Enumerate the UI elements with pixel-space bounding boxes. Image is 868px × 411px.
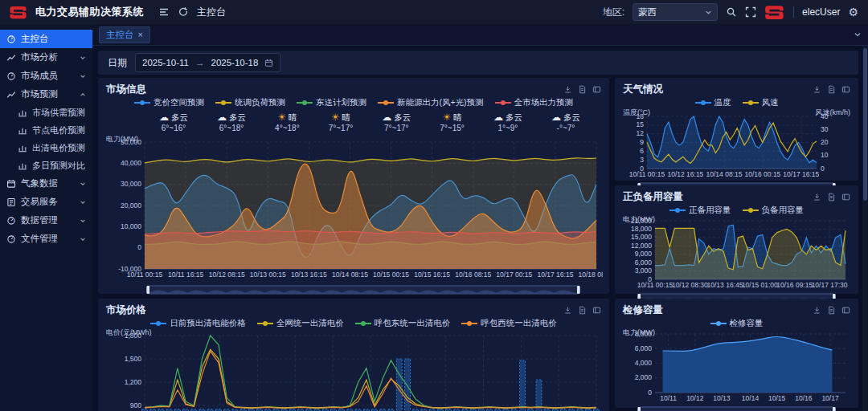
weather-cell: ☁多云7°~17°: [382, 110, 411, 136]
search-icon[interactable]: [726, 6, 737, 18]
sidebar-item-multiday-forecast-compare[interactable]: 多日预测对比: [0, 157, 92, 174]
legend-label: 全网统一出清电价: [276, 318, 344, 329]
sidebar-item-trading-services[interactable]: 交易服务: [0, 193, 92, 211]
svg-text:900: 900: [130, 401, 141, 409]
cloud-icon: ☁: [493, 112, 503, 124]
panel-market-info: 市场信息 竞价空间预测统调负荷预测东送计划预测新能源出力(风+光)预测全市场出力…: [98, 78, 609, 294]
sidebar-item-market-forecast[interactable]: 市场预测: [0, 85, 92, 104]
report-icon[interactable]: [827, 193, 836, 201]
sidebar-item-file-management[interactable]: 文件管理: [0, 230, 92, 248]
svg-text:温度(°C): 温度(°C): [623, 108, 650, 116]
cloud-icon: ☁: [159, 112, 169, 124]
sidebar-item-console[interactable]: 主控台: [0, 30, 92, 48]
fullscreen-icon[interactable]: [745, 6, 756, 18]
date-range-picker[interactable]: 2025-10-11 → 2025-10-18: [135, 53, 280, 72]
detail-view-icon[interactable]: [592, 85, 601, 94]
detail-view-icon[interactable]: [841, 85, 850, 94]
sun-icon: ☀: [277, 112, 286, 124]
panel-title: 市场信息: [106, 83, 563, 96]
svg-text:10/12 08:15: 10/12 08:15: [209, 271, 245, 279]
legend-item[interactable]: 呼包西统一出清电价: [461, 318, 557, 329]
line-chart-icon: [6, 53, 16, 63]
download-icon[interactable]: [813, 306, 821, 315]
detail-view-icon[interactable]: [592, 306, 601, 315]
sidebar-item-market-members[interactable]: 市场成员: [0, 67, 92, 85]
legend-item[interactable]: 日前预出清电能价格: [150, 318, 246, 329]
username[interactable]: elecUser: [802, 6, 840, 18]
svg-text:10/18 08:15: 10/18 08:15: [579, 271, 603, 279]
svg-text:10/15 01:00: 10/15 01:00: [742, 281, 778, 289]
region-select[interactable]: 蒙西: [633, 3, 718, 21]
cloud-icon: ☁: [217, 112, 227, 124]
sidebar-item-node-price-forecast[interactable]: 节点电价预测: [0, 121, 92, 139]
chart-legend: 检修容量: [615, 317, 858, 329]
weather-label: 多云: [171, 112, 188, 123]
svg-text:30,000: 30,000: [121, 180, 141, 188]
legend-item[interactable]: 呼包东统一出清电价: [355, 318, 451, 329]
legend-item[interactable]: 负备用容量: [743, 205, 805, 216]
sidebar-item-meteorological-data[interactable]: 气象数据: [0, 174, 92, 193]
weather-temp-range: 7°~15°: [440, 124, 465, 134]
download-icon[interactable]: [563, 85, 572, 94]
legend-item[interactable]: 温度: [695, 97, 731, 108]
sun-icon: ☀: [442, 112, 451, 124]
legend-marker: [215, 100, 231, 106]
legend-item[interactable]: 统调负荷预测: [215, 97, 285, 108]
sidebar-item-label: 市场供需预测: [32, 107, 86, 119]
bar-chart-icon: [18, 108, 27, 117]
tab-console[interactable]: 主控台 ×: [99, 26, 150, 43]
svg-text:15: 15: [637, 120, 645, 128]
panel-reserve-capacity: 正负备用容量 正备用容量负备用容量 03,0006,0009,00012,000…: [615, 185, 858, 294]
report-icon[interactable]: [827, 85, 836, 94]
data-zoom-slider[interactable]: [146, 285, 580, 295]
chevron-down-icon: [80, 55, 86, 61]
svg-text:电力(MW): 电力(MW): [623, 329, 655, 336]
legend-item[interactable]: 检修容量: [710, 318, 764, 329]
collapse-menu-icon[interactable]: [158, 6, 170, 18]
report-icon[interactable]: [578, 85, 587, 94]
legend-item[interactable]: 正备用容量: [669, 205, 731, 216]
scrollbar[interactable]: [862, 46, 868, 411]
detail-view-icon[interactable]: [841, 193, 850, 201]
report-icon[interactable]: [827, 306, 836, 315]
svg-text:30: 30: [821, 125, 829, 133]
chevron-down-icon: [80, 181, 86, 187]
sidebar-item-data-management[interactable]: 数据管理: [0, 211, 92, 230]
chevron-down-icon: [705, 9, 712, 16]
svg-text:10/12 08:30: 10/12 08:30: [672, 281, 708, 289]
legend-item[interactable]: 全网统一出清电价: [257, 318, 344, 329]
legend-label: 呼包东统一出清电价: [375, 318, 451, 329]
legend-item[interactable]: 新能源出力(风+光)预测: [378, 97, 484, 108]
legend-label: 全市场出力预测: [514, 97, 574, 108]
svg-text:1,500: 1,500: [125, 355, 142, 363]
scrollbar-thumb[interactable]: [863, 48, 867, 201]
tab-options-chevron-icon[interactable]: [854, 31, 862, 39]
gauge-icon: [6, 234, 16, 244]
legend-item[interactable]: 风速: [743, 97, 779, 108]
legend-item[interactable]: 竞价空间预测: [134, 97, 204, 108]
download-icon[interactable]: [813, 85, 821, 94]
sidebar-item-clearing-price-forecast[interactable]: 出清电价预测: [0, 139, 92, 157]
download-icon[interactable]: [813, 193, 821, 201]
svg-text:6,000: 6,000: [635, 344, 653, 352]
divider: [793, 6, 794, 18]
close-icon[interactable]: ×: [138, 30, 143, 39]
download-icon[interactable]: [563, 306, 572, 315]
refresh-icon[interactable]: [178, 6, 189, 18]
legend-item[interactable]: 东送计划预测: [297, 97, 366, 108]
gear-icon[interactable]: ⚙: [848, 6, 858, 18]
sidebar-item-label: 市场预测: [21, 88, 75, 100]
app-root: 电力交易辅助决策系统 主控台 地区: 蒙西 elecUser ⚙ 主控台 市场分…: [0, 0, 868, 411]
date-filter-bar: 日期 2025-10-11 → 2025-10-18: [98, 51, 858, 75]
sidebar-item-market-analysis[interactable]: 市场分析: [0, 48, 92, 67]
sidebar-item-supply-demand-forecast[interactable]: 市场供需预测: [0, 104, 92, 121]
report-icon[interactable]: [578, 306, 587, 315]
weather-temp-range: 1°~9°: [497, 124, 518, 134]
detail-view-icon[interactable]: [841, 306, 850, 315]
svg-text:10/14: 10/14: [742, 394, 760, 402]
svg-text:10/16: 10/16: [795, 394, 813, 402]
chevron-down-icon: [80, 218, 86, 224]
legend-item[interactable]: 全市场出力预测: [495, 97, 574, 108]
data-zoom-slider[interactable]: [637, 406, 836, 411]
svg-text:12: 12: [637, 129, 645, 137]
